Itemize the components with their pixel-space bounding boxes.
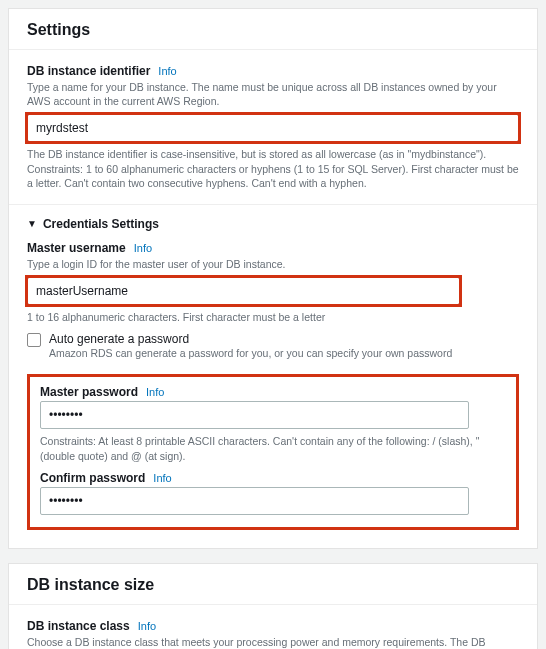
confirm-password-label: Confirm password [40,471,145,485]
master-password-input[interactable] [40,401,469,429]
master-username-constraint: 1 to 16 alphanumeric characters. First c… [27,310,519,324]
settings-card: Settings DB instance identifier Info Typ… [8,8,538,549]
caret-down-icon: ▼ [27,218,37,229]
instance-size-title: DB instance size [27,576,519,594]
auto-generate-checkbox[interactable]: Auto generate a password Amazon RDS can … [27,332,519,360]
info-link[interactable]: Info [134,242,152,254]
master-username-field: Master username Info Type a login ID for… [27,241,519,361]
db-class-desc: Choose a DB instance class that meets yo… [27,635,519,649]
master-username-input[interactable] [27,277,460,305]
master-password-label: Master password [40,385,138,399]
info-link[interactable]: Info [146,386,164,398]
credentials-section-label: Credentials Settings [43,217,159,231]
info-link[interactable]: Info [138,620,156,632]
auto-generate-desc: Amazon RDS can generate a password for y… [49,346,452,360]
master-username-desc: Type a login ID for the master user of y… [27,257,519,271]
db-identifier-desc: Type a name for your DB instance. The na… [27,80,519,108]
db-identifier-input[interactable] [27,114,519,142]
db-class-field: DB instance class Info Choose a DB insta… [27,619,519,649]
checkbox-icon [27,333,41,347]
db-identifier-label: DB instance identifier [27,64,150,78]
settings-title: Settings [27,21,519,39]
credentials-toggle[interactable]: ▼ Credentials Settings [27,217,519,231]
divider [9,204,537,205]
db-identifier-field: DB instance identifier Info Type a name … [27,64,519,190]
db-class-label: DB instance class [27,619,130,633]
settings-header: Settings [9,9,537,50]
info-link[interactable]: Info [153,472,171,484]
master-password-constraint: Constraints: At least 8 printable ASCII … [40,434,506,462]
instance-size-header: DB instance size [9,564,537,605]
db-identifier-constraint: The DB instance identifier is case-insen… [27,147,519,190]
instance-size-card: DB instance size DB instance class Info … [8,563,538,649]
auto-generate-label: Auto generate a password [49,332,452,346]
info-link[interactable]: Info [158,65,176,77]
master-username-label: Master username [27,241,126,255]
confirm-password-input[interactable] [40,487,469,515]
password-section: Master password Info Constraints: At lea… [27,374,519,529]
